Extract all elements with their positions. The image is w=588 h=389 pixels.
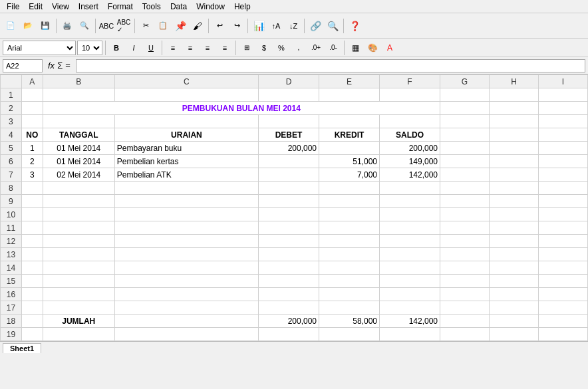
row-header-11[interactable]: 11 (1, 221, 22, 235)
paste-button[interactable]: 📌 (172, 18, 188, 34)
cell-E6[interactable]: 51,000 (319, 155, 380, 168)
cell-F18[interactable]: 142,000 (380, 315, 440, 328)
cell-C5[interactable]: Pembayaran buku (114, 142, 258, 155)
undo-button[interactable]: ↩ (212, 18, 227, 34)
cell-G4[interactable] (440, 128, 490, 142)
equals-icon[interactable]: = (65, 61, 71, 70)
percent-button[interactable]: % (273, 40, 289, 56)
cell-B1[interactable] (43, 88, 114, 102)
cell-H5[interactable] (490, 142, 539, 155)
cell-H4[interactable] (490, 128, 539, 142)
cell-B4[interactable]: TANGGAL (43, 128, 114, 142)
col-header-A[interactable]: A (21, 75, 43, 88)
cell-E5[interactable] (319, 142, 380, 155)
chart-button[interactable]: 📊 (251, 18, 267, 34)
thousand-button[interactable]: , (291, 40, 307, 56)
col-header-D[interactable]: D (259, 75, 319, 88)
cell-F6[interactable]: 149,000 (380, 155, 440, 168)
cell-G18[interactable] (440, 315, 490, 328)
cell-H2[interactable] (490, 102, 539, 115)
row-header-8[interactable]: 8 (1, 182, 22, 195)
sort-asc-button[interactable]: ↑A (268, 18, 284, 34)
cell-B6[interactable]: 01 Mei 2014 (43, 155, 114, 168)
cell-I2[interactable] (538, 102, 587, 115)
cell-I4[interactable] (538, 128, 587, 142)
row-header-13[interactable]: 13 (1, 248, 22, 261)
row-header-18[interactable]: 18 (1, 315, 22, 328)
menu-view[interactable]: View (48, 1, 73, 12)
cell-A3[interactable] (21, 115, 43, 128)
cell-B3[interactable] (43, 115, 114, 128)
row-header-5[interactable]: 5 (1, 142, 22, 155)
currency-button[interactable]: $ (256, 40, 272, 56)
cell-B18[interactable]: JUMLAH (43, 315, 114, 328)
cell-D18[interactable]: 200,000 (259, 315, 319, 328)
cell-E3[interactable] (319, 115, 380, 128)
cell-A1[interactable] (21, 88, 43, 102)
spellcheck-button[interactable]: ABC (98, 18, 114, 34)
cell-G6[interactable] (440, 155, 490, 168)
cell-F4[interactable]: SALDO (380, 128, 440, 142)
underline-button[interactable]: U (143, 40, 159, 56)
cell-D5[interactable]: 200,000 (259, 142, 319, 155)
cell-G2[interactable] (440, 102, 490, 115)
copy-button[interactable]: 📋 (155, 18, 171, 34)
new-button[interactable]: 📄 (3, 18, 19, 34)
cell-A7[interactable]: 3 (21, 168, 43, 182)
col-header-G[interactable]: G (440, 75, 490, 88)
cell-B2-title[interactable]: PEMBUKUAN BULAN MEI 2014 (43, 102, 440, 115)
menu-edit[interactable]: Edit (25, 1, 47, 12)
bg-color-button[interactable]: 🎨 (365, 40, 380, 56)
menu-file[interactable]: File (3, 1, 23, 12)
print-button[interactable]: 🖨️ (59, 18, 75, 34)
hyperlink-button[interactable]: 🔗 (307, 18, 323, 34)
col-header-B[interactable]: B (43, 75, 114, 88)
inc-decimal-button[interactable]: .0+ (308, 40, 324, 56)
cell-C18[interactable] (114, 315, 258, 328)
row-header-19[interactable]: 19 (1, 328, 22, 341)
cell-A4[interactable]: NO (21, 128, 43, 142)
cell-F7[interactable]: 142,000 (380, 168, 440, 182)
cell-C6[interactable]: Pembelian kertas (114, 155, 258, 168)
cell-D4[interactable]: DEBET (259, 128, 319, 142)
zoom-in-button[interactable]: 🔍 (325, 18, 341, 34)
cell-I6[interactable] (538, 155, 587, 168)
cell-E7[interactable]: 7,000 (319, 168, 380, 182)
row-header-9[interactable]: 9 (1, 195, 22, 208)
col-header-H[interactable]: H (490, 75, 539, 88)
row-header-2[interactable]: 2 (1, 102, 22, 115)
save-button[interactable]: 💾 (37, 18, 53, 34)
redo-button[interactable]: ↪ (229, 18, 245, 34)
cell-C7[interactable]: Pembelian ATK (114, 168, 258, 182)
cell-E1[interactable] (319, 88, 380, 102)
menu-window[interactable]: Window (192, 1, 229, 12)
cell-C1[interactable] (114, 88, 258, 102)
row-header-16[interactable]: 16 (1, 288, 22, 301)
cell-H1[interactable] (490, 88, 539, 102)
open-button[interactable]: 📂 (20, 18, 36, 34)
font-color-button[interactable]: A (382, 40, 398, 56)
cell-H6[interactable] (490, 155, 539, 168)
sheet-tab-1[interactable]: Sheet1 (3, 343, 41, 353)
menu-format[interactable]: Format (104, 1, 137, 12)
cell-F1[interactable] (380, 88, 440, 102)
row-header-15[interactable]: 15 (1, 275, 22, 288)
font-name-select[interactable]: Arial (3, 41, 76, 55)
cell-B5[interactable]: 01 Mei 2014 (43, 142, 114, 155)
cell-H18[interactable] (490, 315, 539, 328)
row-header-12[interactable]: 12 (1, 235, 22, 248)
cell-I1[interactable] (538, 88, 587, 102)
format-paint-button[interactable]: 🖌 (190, 18, 206, 34)
menu-help[interactable]: Help (230, 1, 255, 12)
row-header-7[interactable]: 7 (1, 168, 22, 182)
cell-F5[interactable]: 200,000 (380, 142, 440, 155)
cell-I18[interactable] (538, 315, 587, 328)
formula-input[interactable] (76, 59, 585, 72)
row-header-4[interactable]: 4 (1, 128, 22, 142)
cell-G3[interactable] (440, 115, 490, 128)
cell-A6[interactable]: 2 (21, 155, 43, 168)
row-header-10[interactable]: 10 (1, 208, 22, 221)
justify-button[interactable]: ≡ (217, 40, 233, 56)
row-header-17[interactable]: 17 (1, 301, 22, 315)
sigma-icon[interactable]: Σ (57, 61, 63, 70)
